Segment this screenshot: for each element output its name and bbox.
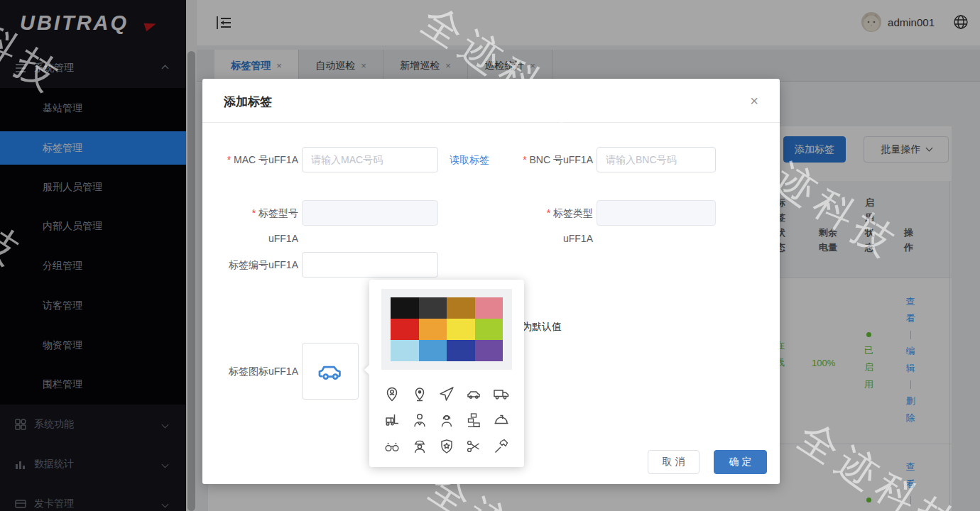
male-person-icon[interactable] [405, 407, 432, 434]
cancel-button[interactable]: 取 消 [648, 450, 699, 474]
color-swatch[interactable] [447, 340, 475, 361]
mac-label: MAC 号 [224, 147, 298, 172]
hardhat-icon[interactable] [488, 407, 515, 434]
hammer-icon[interactable] [488, 433, 515, 459]
tag-type-label: 标签类型 [518, 200, 593, 226]
scissors-icon[interactable] [460, 433, 487, 459]
color-swatch[interactable] [475, 340, 503, 361]
confirm-button[interactable]: 确 定 [714, 450, 767, 474]
color-swatch[interactable] [475, 319, 503, 340]
tag-model-label: 标签型号 [224, 200, 298, 226]
dialog-divider [202, 122, 780, 123]
icon-color-picker-popup [369, 280, 524, 467]
dialog-title: 添加标签 [224, 94, 272, 110]
star-badge-icon[interactable] [433, 433, 460, 459]
boxes-icon[interactable] [460, 407, 487, 434]
truck-icon[interactable] [488, 381, 515, 407]
person-pin-icon[interactable] [379, 381, 405, 407]
location-pin-icon[interactable] [405, 381, 432, 407]
color-swatch[interactable] [447, 319, 475, 340]
color-swatch[interactable] [391, 319, 419, 340]
color-swatch[interactable] [391, 340, 419, 361]
bnc-input[interactable] [597, 147, 716, 172]
color-swatch[interactable] [391, 297, 419, 319]
mac-input[interactable] [302, 147, 438, 172]
icon-grid [379, 381, 515, 459]
navigation-icon[interactable] [433, 381, 460, 407]
color-swatch[interactable] [419, 297, 447, 319]
color-swatch[interactable] [419, 340, 447, 361]
close-icon[interactable]: × [750, 93, 758, 109]
female-person-icon[interactable] [433, 407, 460, 434]
tag-icon-label: 标签图标 [224, 358, 298, 384]
tag-code-label: 标签编号 [224, 252, 298, 278]
selected-icon-box[interactable] [302, 343, 359, 400]
tag-model-input[interactable] [302, 200, 438, 226]
forklift-icon[interactable] [379, 407, 405, 434]
color-panel [381, 289, 512, 370]
color-swatch[interactable] [447, 297, 475, 319]
color-swatch[interactable] [419, 319, 447, 340]
car-small-icon[interactable] [460, 381, 487, 407]
car-icon [317, 358, 344, 385]
police-officer-icon[interactable] [405, 433, 432, 459]
read-tag-link[interactable]: 读取标签 [450, 154, 489, 167]
bnc-label: BNC 号 [518, 147, 593, 172]
color-grid [391, 297, 503, 361]
tag-type-input[interactable] [597, 200, 716, 226]
default-value-note: 为默认值 [522, 321, 562, 334]
tag-code-input[interactable] [302, 252, 438, 278]
handcuffs-icon[interactable] [379, 433, 405, 459]
color-swatch[interactable] [475, 297, 503, 319]
app-root: UBITRAQ 系统管理 基站管理 标签管理 服刑人员管理 内部人员管理 分组管… [0, 0, 980, 511]
